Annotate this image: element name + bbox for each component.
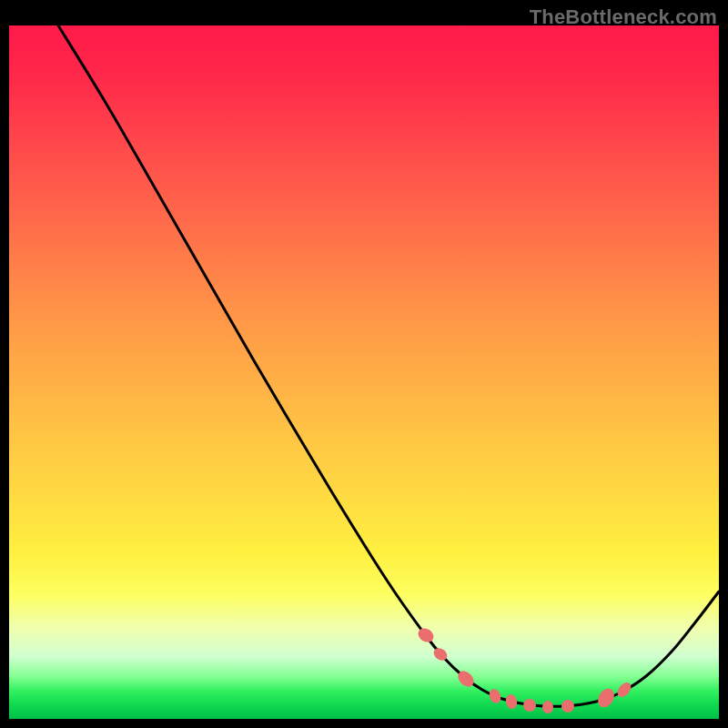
- curve-svg: [9, 25, 719, 719]
- curve-marker: [595, 685, 618, 710]
- curve-marker: [615, 680, 634, 700]
- plot-area: [9, 25, 719, 719]
- curve-markers: [416, 625, 634, 713]
- curve-marker: [523, 699, 536, 712]
- curve-marker: [504, 693, 518, 710]
- curve-marker: [542, 701, 553, 713]
- curve-marker: [561, 699, 575, 713]
- chart-container: TheBottleneck.com: [0, 0, 728, 728]
- curve-marker: [488, 687, 503, 704]
- bottleneck-curve: [58, 25, 719, 706]
- curve-marker: [416, 625, 437, 644]
